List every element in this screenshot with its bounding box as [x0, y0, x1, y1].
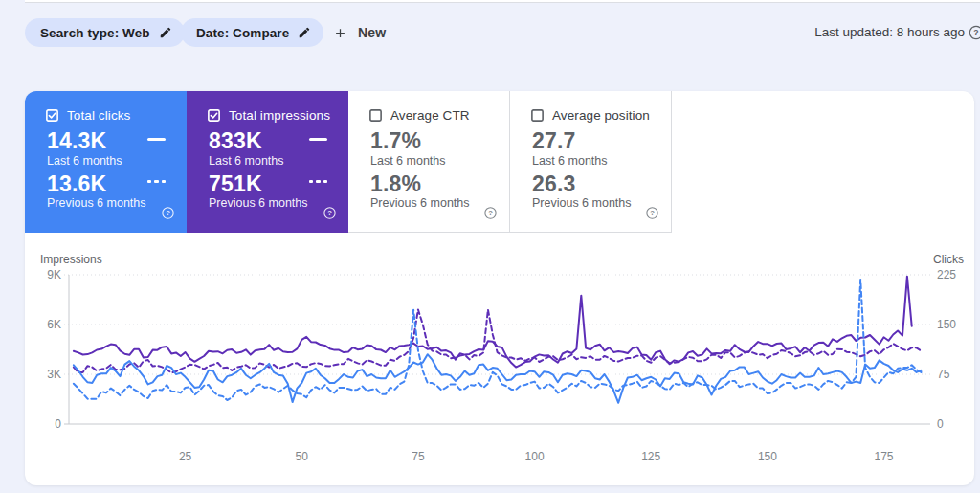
card-value-previous: 1.8% [370, 171, 421, 197]
dash-segment [147, 180, 151, 183]
card-value-current: 14.3K [47, 128, 106, 154]
checkbox-check-glyph [45, 108, 59, 123]
card-period-previous: Previous 6 months [370, 196, 470, 210]
pencil-glyph [298, 26, 311, 39]
svg-text:?: ? [973, 28, 978, 37]
plus-icon [333, 26, 347, 40]
checkbox-check-glyph [207, 108, 221, 123]
y-axis-left-tick: 0 [4, 417, 61, 431]
card-period-previous: Previous 6 months [532, 196, 632, 210]
y-axis-left-tick: 3K [4, 368, 61, 381]
card-label: Average position [552, 108, 650, 123]
dash-segment [309, 180, 313, 183]
x-axis-tick: 50 [282, 450, 321, 463]
performance-panel: Total clicks 14.3K Last 6 months 13.6K P… [25, 91, 974, 485]
pencil-icon[interactable] [159, 26, 172, 39]
metric-card-total-clicks[interactable]: Total clicks 14.3K Last 6 months 13.6K P… [25, 91, 187, 233]
question-mark-circle-icon: ? [162, 207, 174, 219]
svg-text:?: ? [166, 209, 170, 217]
last-updated-text: Last updated: 8 hours ago [814, 25, 965, 39]
pencil-icon[interactable] [298, 26, 311, 39]
card-value-current: 27.7 [532, 128, 576, 154]
metric-cards-row: Total clicks 14.3K Last 6 months 13.6K P… [25, 91, 672, 233]
card-period-previous: Previous 6 months [209, 196, 308, 210]
card-head[interactable]: Total impressions [207, 108, 330, 123]
dash-segment [154, 180, 158, 183]
svg-text:?: ? [488, 209, 493, 217]
dash-segment [162, 180, 166, 183]
checkbox-unchecked-icon[interactable] [530, 108, 545, 123]
card-label: Total impressions [229, 108, 330, 123]
y-axis-right-title: Clicks [933, 253, 964, 266]
plus-glyph [333, 26, 347, 40]
x-axis-tick: 125 [632, 450, 670, 463]
solid-line-indicator-icon [147, 138, 166, 141]
y-axis-right-tick: 225 [937, 268, 956, 281]
checkbox-checked-icon[interactable] [207, 108, 221, 123]
checkbox-box-glyph [368, 108, 383, 123]
svg-text:?: ? [327, 209, 332, 217]
card-head[interactable]: Average position [530, 108, 650, 123]
filter-bar: Search type: Web Date: Compare New Last … [0, 0, 980, 65]
x-axis-tick: 175 [865, 450, 903, 463]
card-head[interactable]: Average CTR [368, 108, 470, 123]
dash-segment [316, 180, 320, 183]
card-period-current: Last 6 months [370, 154, 446, 168]
svg-text:?: ? [650, 209, 655, 217]
search-type-filter-chip[interactable]: Search type: Web [25, 18, 185, 47]
card-label: Total clicks [67, 108, 130, 123]
card-value-current: 1.7% [370, 128, 421, 154]
help-icon[interactable]: ? [484, 206, 497, 223]
metric-card-total-impressions[interactable]: Total impressions 833K Last 6 months 751… [187, 91, 348, 233]
help-icon[interactable]: ? [646, 206, 658, 223]
search-type-chip-label: Search type: Web [40, 26, 150, 40]
card-period-current: Last 6 months [209, 154, 284, 168]
card-period-current: Last 6 months [47, 154, 122, 168]
y-axis-left-tick: 6K [4, 318, 61, 331]
x-axis-tick: 75 [399, 450, 437, 463]
date-filter-chip[interactable]: Date: Compare [181, 18, 323, 47]
date-chip-label: Date: Compare [196, 26, 289, 40]
solid-line-indicator-icon [309, 138, 327, 141]
card-value-previous: 13.6K [47, 171, 106, 197]
new-filter-button[interactable]: New [333, 18, 386, 47]
card-value-previous: 751K [209, 171, 262, 197]
metric-card-average-position[interactable]: Average position 27.7 Last 6 months 26.3… [510, 91, 672, 233]
x-axis-tick: 25 [167, 450, 205, 463]
card-period-current: Last 6 months [532, 154, 608, 168]
card-period-previous: Previous 6 months [47, 196, 146, 210]
card-head[interactable]: Total clicks [45, 108, 130, 123]
x-axis-tick: 100 [516, 450, 554, 463]
card-label: Average CTR [390, 108, 470, 123]
y-axis-left-tick: 9K [4, 268, 61, 281]
y-axis-right-tick: 0 [937, 417, 944, 431]
checkbox-box-glyph [530, 108, 545, 123]
card-value-current: 833K [209, 128, 262, 154]
new-button-label: New [358, 25, 386, 40]
y-axis-right-tick: 150 [937, 318, 956, 331]
checkbox-unchecked-icon[interactable] [368, 108, 383, 123]
checkbox-checked-icon[interactable] [45, 108, 59, 123]
question-mark-circle-icon: ? [969, 25, 980, 40]
metric-card-average-ctr[interactable]: Average CTR 1.7% Last 6 months 1.8% Prev… [348, 91, 510, 233]
dash-segment [323, 180, 327, 183]
help-icon[interactable]: ? [323, 206, 336, 223]
question-mark-circle-icon: ? [323, 207, 336, 219]
x-axis-tick: 150 [748, 450, 787, 463]
question-mark-circle-icon: ? [646, 207, 658, 219]
y-axis-left-title: Impressions [40, 253, 102, 266]
help-icon[interactable]: ? [969, 25, 980, 44]
card-value-previous: 26.3 [532, 171, 576, 197]
y-axis-right-tick: 75 [937, 368, 949, 381]
dashed-line-indicator-icon [147, 180, 166, 183]
question-mark-circle-icon: ? [484, 207, 497, 219]
dashed-line-indicator-icon [309, 180, 327, 183]
help-icon[interactable]: ? [162, 206, 174, 223]
pencil-glyph [159, 26, 172, 39]
